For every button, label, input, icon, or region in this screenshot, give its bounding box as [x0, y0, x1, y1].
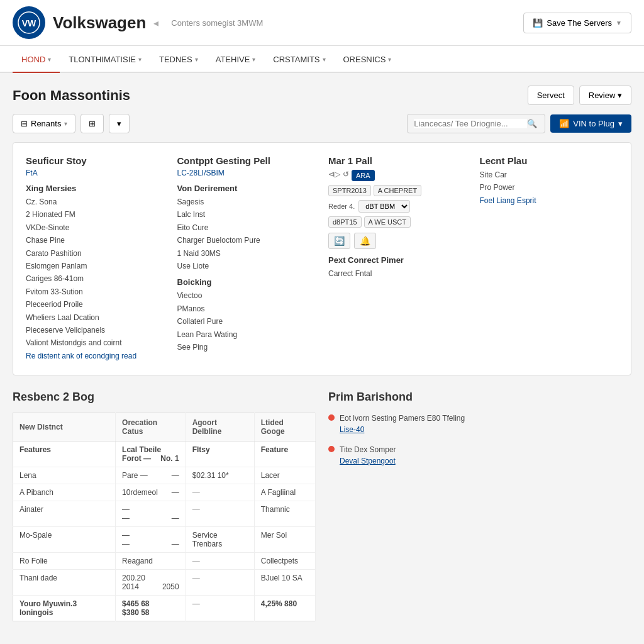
- filter-button[interactable]: ⊟ Renants ▾: [13, 114, 75, 133]
- cell-op-7: $465 68 $380 58: [116, 596, 186, 621]
- main-card: Seuficur Stoy FtA Xing Mersies Cz. Sona …: [13, 142, 631, 375]
- nav-item-crstamits[interactable]: CRSTAMITS ▾: [264, 46, 334, 73]
- card-col-1: Seuficur Stoy FtA Xing Mersies Cz. Sona …: [26, 155, 165, 362]
- table-row: Features Lcal Tbeile Forot — No. 1 Fltsy…: [13, 441, 316, 467]
- col2-item1-3: Charger Bueloctom Pure: [177, 234, 316, 247]
- nav-chevron-hond: ▾: [48, 56, 51, 63]
- alert-dot-0: [328, 414, 335, 421]
- col2-item2-4: See Ping: [177, 341, 316, 353]
- cell-del-7: —: [186, 596, 254, 621]
- alert-link-0[interactable]: Lise-40: [340, 425, 364, 434]
- cell-geo-5: Collectpets: [254, 553, 315, 570]
- col1-item-9: Wheliers Laal Dcation: [26, 311, 165, 324]
- nav-label-hond: HOND: [21, 55, 45, 64]
- cell-op-1: Pare — —: [116, 467, 186, 484]
- col3-icon1: ⊲▷: [328, 170, 340, 181]
- cell-del-0: Fltsy: [186, 441, 254, 467]
- alert-link-1[interactable]: Deval Stpengoot: [340, 457, 396, 465]
- main-nav: HOND ▾ TLONTHIMATISIE ▾ TEDNES ▾ ATEHIVE…: [0, 46, 644, 73]
- col-header-3: Ltided Googe: [254, 413, 315, 441]
- col4-link[interactable]: Foel Liang Esprit: [480, 196, 536, 205]
- col1-title: Seuficur Stoy: [26, 155, 165, 166]
- table-row: Ainater — — — — Thamnic: [13, 501, 316, 527]
- nav-item-oresnics[interactable]: ORESNICS ▾: [335, 46, 401, 73]
- col1-item-6: Cariges 86-41om: [26, 272, 165, 285]
- col2-section2-title: Boicking: [177, 277, 316, 287]
- col1-item-12: Re distent ank of econdging read: [26, 350, 165, 362]
- col3-refresh-button[interactable]: 🔄: [328, 233, 350, 249]
- col4-item-0: Site Car: [480, 169, 619, 181]
- save-chevron-icon: ▼: [616, 19, 622, 26]
- col3-select-row: Reder 4. dBT BBM: [328, 200, 467, 213]
- cell-del-2: —: [186, 484, 254, 501]
- card-col-4: Lecnt Plau Site Car Pro Power Foel Liang…: [480, 155, 619, 362]
- col3-badge-ara: ARA: [352, 170, 375, 181]
- page-content: Foon Massontinis Servect Review ▾ ⊟ Rena…: [0, 73, 644, 634]
- col2-title: Contppt Gesting Pell: [177, 155, 316, 166]
- col3-next-section: Pext Conrect Pimer Carrect Fntal: [328, 255, 467, 280]
- col1-section-title: Xing Mersies: [26, 184, 165, 193]
- servect-button[interactable]: Servect: [528, 86, 574, 105]
- col3-next-sub: Carrect Fntal: [328, 267, 467, 280]
- nav-item-atehive[interactable]: ATEHIVE ▾: [207, 46, 265, 73]
- nav-item-tednes[interactable]: TEDNES ▾: [150, 46, 207, 73]
- col3-select-prefix: Reder 4.: [328, 203, 355, 210]
- search-input[interactable]: [414, 119, 527, 128]
- col-header-1: Orecation Catus: [116, 413, 186, 441]
- nav-label-tednes: TEDNES: [159, 55, 192, 64]
- cell-del-6: —: [186, 570, 254, 596]
- toolbar: ⊟ Renants ▾ ⊞ ▾ 🔍 📶 VIN to Plug ▾: [13, 114, 631, 133]
- toolbar-right: 🔍 📶 VIN to Plug ▾: [407, 114, 631, 133]
- table-row: A Pibanch 10rdemeol — — A Fagliinal: [13, 484, 316, 501]
- col3-icon2: ↺: [343, 170, 349, 181]
- search-icon: 🔍: [527, 119, 537, 128]
- cell-label-0: Features: [13, 441, 116, 467]
- cell-label-7: Youro Myuwin.3 loningois: [13, 596, 116, 621]
- col3-select[interactable]: dBT BBM: [358, 200, 410, 213]
- col4-item-1: Pro Power: [480, 181, 619, 194]
- col2-item1-4: 1 Naid 30MS: [177, 247, 316, 260]
- col3-badge-weusct: A WE USCT: [364, 216, 411, 228]
- cell-del-5: —: [186, 553, 254, 570]
- table-row: Thani dade 200.20 2014 2050 — BJuel 10 S…: [13, 570, 316, 596]
- col1-item-5: Eslomgen Panlam: [26, 260, 165, 272]
- cell-geo-2: A Fagliinal: [254, 484, 315, 501]
- col2-item1-1: Lalc Inst: [177, 208, 316, 221]
- col2-item2-0: Viectoo: [177, 289, 316, 302]
- cell-label-2: A Pibanch: [13, 484, 116, 501]
- save-button[interactable]: 💾 Save The Servers ▼: [523, 13, 631, 33]
- vin-chevron-icon: ▾: [618, 119, 623, 128]
- col3-bell-button[interactable]: 🔔: [354, 233, 376, 249]
- cell-label-4: Mo-Spale: [13, 527, 116, 553]
- page-actions: Servect Review ▾: [528, 86, 631, 105]
- page-title: Foon Massontinis: [13, 87, 130, 104]
- cell-op-4: — — —: [116, 527, 186, 553]
- nav-item-tlonthimatisie[interactable]: TLONTHIMATISIE ▾: [60, 46, 150, 73]
- svg-text:VW: VW: [22, 18, 36, 28]
- col1-item-11: Valiont Mistondgis and coirnt: [26, 336, 165, 349]
- nav-item-hond[interactable]: HOND ▾: [13, 46, 60, 73]
- nav-chevron-2: ▾: [195, 56, 198, 63]
- col3-badges-row1: ⊲▷ ↺ ARA: [328, 170, 467, 181]
- view-button[interactable]: ⊞: [80, 114, 104, 133]
- filter-label: Renants: [31, 119, 61, 128]
- nav-label-oresnics: ORESNICS: [343, 55, 386, 64]
- view-dropdown-button[interactable]: ▾: [109, 114, 130, 133]
- page-header: Foon Massontinis Servect Review ▾: [13, 86, 631, 105]
- cell-label-6: Thani dade: [13, 570, 116, 596]
- col1-item-3: Chase Pine: [26, 234, 165, 247]
- header: VW Volkswagen ◂ Conters somegist 3MWM 💾 …: [0, 0, 644, 46]
- nav-label-tlonthimatisie: TLONTHIMATISIE: [69, 55, 136, 64]
- review-chevron-icon: ▾: [618, 91, 622, 100]
- alerts-container: Eot lvorn Sesting Pamers E80 Tfeling Lis…: [328, 413, 631, 465]
- vin-button[interactable]: 📶 VIN to Plug ▾: [550, 114, 631, 133]
- cell-geo-6: BJuel 10 SA: [254, 570, 315, 596]
- cell-op-0: Lcal Tbeile Forot — No. 1: [116, 441, 186, 467]
- col1-item-2: VKDe-Sinote: [26, 221, 165, 234]
- cell-op-3: — — —: [116, 501, 186, 527]
- review-button[interactable]: Review ▾: [579, 86, 631, 105]
- nav-chevron-5: ▾: [388, 56, 391, 63]
- lower-right: Prim Barishond Eot lvorn Sesting Pamers …: [328, 391, 631, 621]
- col1-link[interactable]: Re distent ank of econdging read: [26, 352, 136, 360]
- col2-item2-2: Collaterl Pure: [177, 315, 316, 328]
